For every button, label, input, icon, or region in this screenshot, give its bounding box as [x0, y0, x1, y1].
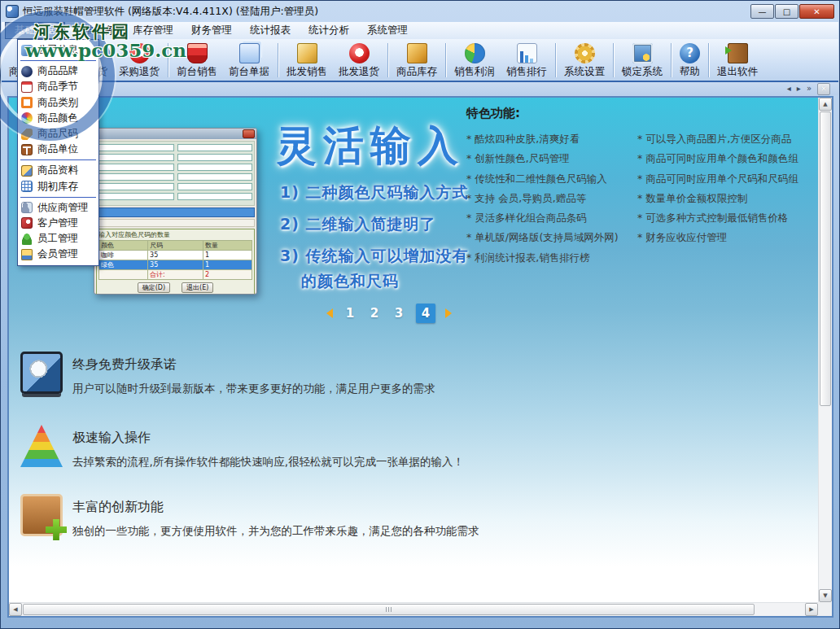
toolbar-button-label: 锁定系统	[622, 65, 663, 79]
scroll-up-arrow[interactable]: ▲	[819, 98, 832, 111]
close-button[interactable]: ✕	[799, 4, 834, 19]
toolbar-button-label: 销售排行	[506, 65, 547, 79]
scroll-left-arrow[interactable]: ◀	[9, 603, 22, 616]
thumbnail-table-header: 尺码	[148, 241, 203, 251]
banner-headline: 灵活输入	[276, 119, 465, 173]
feature-item: * 利润统计报表,销售排行榜	[466, 251, 637, 271]
nav-more-windows-icon[interactable]: »	[807, 85, 812, 93]
features-column-left: * 酷炫四种皮肤,清爽好看* 创新性颜色,尺码管理* 传统性和二维性颜色尺码输入…	[466, 133, 637, 271]
wholesale-return-icon	[349, 43, 370, 63]
maximize-button[interactable]: □	[775, 4, 798, 19]
stock-box-icon	[407, 43, 427, 63]
features-column-right: * 可以导入商品图片,方便区分商品* 商品可同时应用单个颜色和颜色组* 商品可同…	[637, 133, 808, 271]
employee-icon	[21, 234, 33, 245]
pyramid-icon	[20, 425, 63, 467]
thumbnail-table-row: 绿色351	[99, 260, 252, 270]
scroll-down-arrow[interactable]: ▼	[819, 589, 832, 602]
toolbar-button-label: 前台单据	[229, 65, 269, 79]
menubar-item-4[interactable]: 财务管理	[182, 22, 241, 39]
toolbar-button[interactable]: 退出软件	[711, 40, 763, 81]
page-number-2[interactable]: 2	[367, 306, 382, 321]
menubar-item-5[interactable]: 统计报表	[241, 22, 300, 39]
feature-item: * 酷炫四种皮肤,清爽好看	[466, 133, 637, 152]
section-description: 去掉繁索的流程,所有操作软件都能快速响应,很轻松就可以完成一张单据的输入！	[72, 455, 464, 470]
toolbox-plus-icon	[20, 494, 63, 536]
vertical-scroll-thumb[interactable]	[820, 111, 831, 406]
banner-point: 1) 二种颜色尺码输入方式	[280, 182, 492, 203]
page-number-1[interactable]: 1	[343, 306, 357, 321]
section-title: 丰富的创新功能	[72, 499, 164, 516]
app-screenshot-thumbnail: 输入对应颜色尺码的数量 颜色尺码数量咖啡351绿色351合计:2 确定(D)退出…	[94, 128, 257, 295]
thumbnail-table-header: 颜色	[99, 241, 148, 251]
toolbar-button-label: 系统设置	[564, 65, 605, 79]
feature-item: * 单机版/网络版(支持局域网外网)	[466, 231, 637, 251]
toolbar-separator	[278, 43, 278, 77]
app-window: 恒远服装鞋帽管理软件 (网络版本:V4.4.411X) (登陆用户:管理员) —…	[0, 0, 840, 629]
horizontal-scrollbar[interactable]: ◀ ▶	[9, 602, 818, 616]
toolbar-button[interactable]: 批发退货	[333, 40, 385, 81]
menubar-item-3[interactable]: 库存管理	[124, 22, 182, 39]
feature-item: * 数量单价金额权限控制	[637, 192, 808, 212]
toolbar-button-label: 销售利润	[454, 65, 495, 79]
toolbar-separator	[708, 43, 709, 77]
minimize-button[interactable]: —	[750, 4, 774, 19]
toolbar-button-label: 退出软件	[717, 65, 758, 79]
toolbar-button[interactable]: 销售利润	[448, 40, 501, 81]
thumbnail-table-row: 咖啡351	[99, 251, 252, 260]
toolbar-separator	[387, 43, 388, 77]
nav-right-arrow-icon[interactable]: ▸	[797, 85, 801, 93]
dropdown-menu-item[interactable]: 员工管理	[18, 231, 98, 247]
feature-item: * 传统性和二维性颜色尺码输入	[466, 173, 637, 192]
vertical-scrollbar[interactable]: ▲ ▼	[818, 98, 832, 602]
thumbnail-table-header-row: 颜色尺码数量	[99, 241, 252, 251]
toolbar-button[interactable]: 帮助	[674, 40, 706, 81]
prev-page-button[interactable]	[326, 308, 333, 318]
promo-section: 极速输入操作去掉繁索的流程,所有操作软件都能快速响应,很轻松就可以完成一张单据的…	[9, 425, 818, 490]
dropdown-menu-item[interactable]: 商品单位	[18, 142, 98, 157]
customer-icon	[21, 217, 33, 229]
banner-points: 1) 二种颜色尺码输入方式2) 二维输入简捷明了3) 传统输入可以增加没有的颜色…	[280, 182, 492, 303]
thumbnail-button: 退出(E)	[182, 282, 213, 293]
mdi-content-frame: 输入对应颜色尺码的数量 颜色尺码数量咖啡351绿色351合计:2 确定(D)退出…	[7, 96, 833, 618]
page-number-4[interactable]: 4	[416, 304, 435, 323]
banner-point: 2) 二维输入简捷明了	[280, 214, 492, 235]
dropdown-menu-item[interactable]: 会员管理	[18, 247, 98, 262]
thumbnail-selected-row	[96, 207, 255, 217]
next-page-button[interactable]	[445, 308, 452, 318]
toolbar-button[interactable]: 批发销售	[281, 40, 333, 81]
scroll-right-arrow[interactable]: ▶	[805, 603, 818, 616]
menubar-item-6[interactable]: 统计分析	[300, 22, 358, 39]
feature-item: * 创新性颜色,尺码管理	[466, 152, 637, 172]
dropdown-menu-item-label: 期初库存	[37, 180, 78, 194]
lock-system-icon	[632, 43, 653, 63]
member-icon	[21, 249, 33, 260]
thumbnail-group-title: 输入对应颜色尺码的数量	[98, 230, 252, 239]
app-icon	[6, 5, 19, 18]
nav-close-window-icon[interactable]: ✕	[817, 83, 830, 95]
horizontal-scroll-thumb[interactable]	[23, 604, 755, 615]
toolbar-button[interactable]: 前台单据	[223, 40, 275, 81]
help-icon	[680, 43, 700, 63]
thumbnail-table-cell: 绿色	[99, 260, 148, 270]
toolbar-button[interactable]: 销售排行	[501, 40, 553, 81]
mdi-nav-strip: ◂ ▸ » ✕	[2, 82, 838, 95]
thumbnail-table-cell: 1	[203, 260, 252, 270]
nav-left-arrow-icon[interactable]: ◂	[787, 85, 791, 93]
dropdown-menu-item[interactable]: 供应商管理	[18, 200, 98, 216]
toolbar-button[interactable]: 锁定系统	[616, 40, 668, 81]
dropdown-menu-item[interactable]: 客户管理	[18, 216, 98, 231]
menubar-item-7[interactable]: 系统管理	[358, 22, 417, 39]
thumbnail-buttons: 确定(D)退出(E)	[98, 282, 252, 293]
promo-section: 丰富的创新功能独创的一些功能，更方便使用软件，并为您的工作带来乐趣，满足您的各种…	[9, 494, 818, 559]
dropdown-menu-item[interactable]: 期初库存	[18, 179, 98, 194]
toolbar-button[interactable]: 系统设置	[558, 40, 610, 81]
initial-stock-icon	[21, 181, 33, 192]
page-number-3[interactable]: 3	[392, 306, 406, 321]
dropdown-menu-item[interactable]: 商品资料	[18, 163, 98, 178]
title-bar[interactable]: 恒远服装鞋帽管理软件 (网络版本:V4.4.411X) (登陆用户:管理员) —…	[1, 1, 839, 22]
watermark-site-url: www.pc0359.cn	[25, 39, 186, 61]
supplier-icon	[21, 202, 33, 213]
dropdown-menu-item-label: 客户管理	[37, 216, 78, 230]
toolbar-separator	[671, 43, 672, 77]
toolbar-button[interactable]: 商品库存	[391, 40, 443, 81]
